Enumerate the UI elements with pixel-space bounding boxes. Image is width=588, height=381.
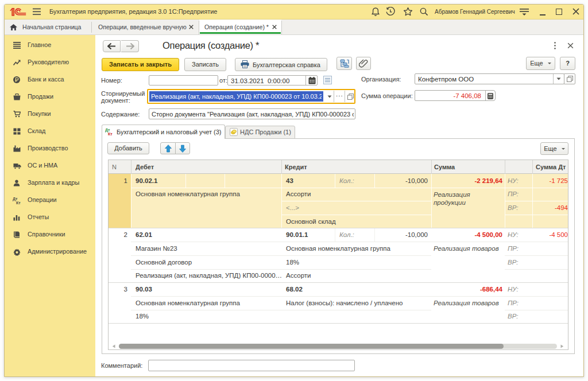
svg-text:Кт: Кт <box>16 201 21 205</box>
svg-text:Кт: Кт <box>108 132 113 136</box>
